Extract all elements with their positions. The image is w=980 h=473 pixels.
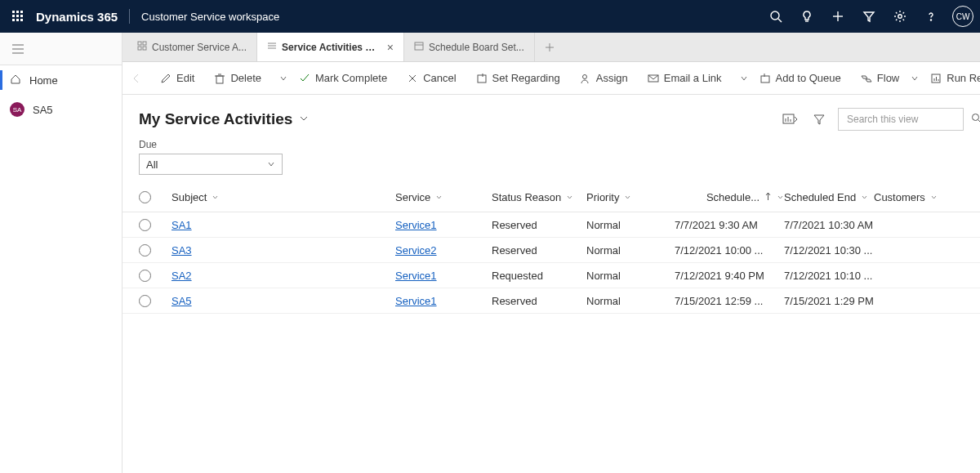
subject-link[interactable]: SA3: [172, 244, 192, 257]
svg-rect-11: [143, 42, 146, 45]
command-bar: Edit Delete Mark Complete Cancel Set Reg…: [122, 62, 980, 95]
search-icon[interactable]: [761, 0, 791, 33]
col-customers[interactable]: Customers: [874, 191, 947, 203]
svg-point-5: [898, 15, 902, 18]
run-report-button[interactable]: Run Report: [922, 67, 980, 90]
email-link-split-button[interactable]: [740, 74, 748, 83]
priority-cell: Normal: [586, 219, 675, 231]
gear-icon[interactable]: [885, 0, 915, 33]
col-priority[interactable]: Priority: [586, 191, 675, 203]
subject-link[interactable]: SA1: [172, 219, 192, 231]
filter-button[interactable]: [808, 109, 830, 130]
service-link[interactable]: Service1: [395, 295, 437, 307]
row-select[interactable]: [139, 295, 151, 307]
email-link-button[interactable]: Email a Link: [639, 67, 730, 90]
tab-service-activities[interactable]: Service Activities My Ser... ×: [257, 33, 404, 61]
table-row[interactable]: SA1Service1ReservedNormal7/7/2021 9:30 A…: [122, 212, 980, 238]
new-tab-button[interactable]: [535, 33, 564, 61]
delete-split-button[interactable]: [279, 74, 287, 83]
entity-badge-icon: SA: [10, 102, 24, 117]
edit-button[interactable]: Edit: [152, 67, 203, 90]
table-row[interactable]: SA3Service2ReservedNormal7/12/2021 10:00…: [122, 238, 980, 263]
add-icon[interactable]: [823, 0, 853, 33]
svg-rect-21: [216, 76, 223, 83]
tab-customer-service-agent[interactable]: Customer Service A...: [127, 33, 257, 61]
app-name: Customer Service workspace: [141, 11, 279, 23]
status-cell: Reserved: [492, 295, 586, 307]
select-all-button[interactable]: [139, 191, 151, 203]
row-select[interactable]: [139, 270, 151, 282]
col-status-reason[interactable]: Status Reason: [492, 191, 586, 203]
sort-ascending-icon[interactable]: [764, 191, 772, 203]
scheduled-end-cell: 7/12/2021 10:30 ...: [784, 244, 874, 257]
scheduled-end-cell: 7/7/2021 10:30 AM: [784, 219, 874, 231]
flow-split-button[interactable]: [911, 74, 919, 83]
subject-link[interactable]: SA5: [172, 295, 192, 307]
svg-point-41: [973, 114, 979, 121]
site-map: Home SA SA5: [0, 33, 122, 473]
due-filter: Due All: [122, 136, 980, 183]
app-header: Dynamics 365 Customer Service workspace …: [0, 0, 980, 33]
row-select[interactable]: [139, 244, 151, 257]
svg-rect-17: [415, 42, 423, 50]
scheduled-end-cell: 7/15/2021 1:29 PM: [784, 295, 874, 307]
grid-header: Subject Service Status Reason Priority S…: [122, 183, 980, 212]
nav-home[interactable]: Home: [0, 65, 122, 95]
hamburger-button[interactable]: [0, 33, 122, 65]
service-link[interactable]: Service2: [395, 244, 437, 257]
svg-rect-10: [138, 42, 141, 45]
nav-home-label: Home: [29, 74, 58, 87]
filter-icon[interactable]: [854, 0, 884, 33]
col-scheduled-end[interactable]: Scheduled End: [784, 191, 874, 203]
calendar-icon: [414, 41, 424, 53]
assign-button[interactable]: Assign: [572, 67, 636, 90]
view-selector-button[interactable]: [299, 114, 309, 126]
user-avatar[interactable]: CW: [952, 6, 973, 27]
help-icon[interactable]: [916, 0, 946, 33]
scheduled-end-cell: 7/12/2021 10:10 ...: [784, 270, 874, 282]
scheduled-start-cell: 7/15/2021 12:59 ...: [675, 295, 784, 307]
svg-rect-13: [143, 47, 146, 50]
back-button[interactable]: [131, 73, 142, 84]
service-link[interactable]: Service1: [395, 219, 437, 231]
add-to-queue-button[interactable]: Add to Queue: [751, 67, 849, 90]
col-subject[interactable]: Subject: [167, 191, 395, 203]
chevron-down-icon[interactable]: [777, 191, 784, 203]
cancel-button[interactable]: Cancel: [399, 67, 464, 90]
chevron-down-icon: [267, 158, 275, 171]
mark-complete-button[interactable]: Mark Complete: [291, 67, 395, 90]
delete-button[interactable]: Delete: [206, 67, 270, 90]
svg-point-0: [771, 11, 779, 20]
search-icon[interactable]: [971, 113, 980, 126]
col-scheduled-start[interactable]: Schedule...: [706, 191, 760, 203]
close-icon[interactable]: ×: [387, 41, 394, 54]
subject-link[interactable]: SA2: [172, 270, 192, 282]
svg-line-1: [778, 19, 782, 22]
row-select[interactable]: [139, 219, 151, 231]
scheduled-start-cell: 7/12/2021 10:00 ...: [675, 244, 784, 257]
scheduled-start-cell: 7/12/2021 9:40 PM: [675, 270, 784, 282]
app-launcher-icon[interactable]: [7, 0, 29, 33]
quick-search[interactable]: [838, 108, 964, 131]
divider: [129, 9, 130, 24]
nav-recent-item[interactable]: SA SA5: [0, 95, 122, 124]
tab-label: Schedule Board Set...: [429, 42, 524, 53]
service-link[interactable]: Service1: [395, 270, 437, 282]
set-regarding-button[interactable]: Set Regarding: [468, 67, 568, 90]
show-chart-button[interactable]: [779, 109, 800, 130]
status-cell: Requested: [492, 270, 586, 282]
lightbulb-icon[interactable]: [792, 0, 822, 33]
due-select[interactable]: All: [139, 154, 283, 175]
tab-schedule-board[interactable]: Schedule Board Set...: [404, 33, 535, 61]
due-value: All: [146, 158, 158, 171]
table-row[interactable]: SA5Service1ReservedNormal7/15/2021 12:59…: [122, 288, 980, 314]
svg-rect-12: [138, 47, 141, 50]
col-service[interactable]: Service: [395, 191, 492, 203]
brand-label: Dynamics 365: [36, 10, 118, 24]
table-row[interactable]: SA2Service1RequestedNormal7/12/2021 9:40…: [122, 263, 980, 288]
tab-label: Customer Service A...: [152, 42, 247, 53]
svg-point-6: [930, 20, 931, 20]
flow-button[interactable]: Flow: [853, 67, 907, 90]
search-input[interactable]: [845, 113, 971, 126]
tab-label: Service Activities My Ser...: [282, 42, 382, 53]
